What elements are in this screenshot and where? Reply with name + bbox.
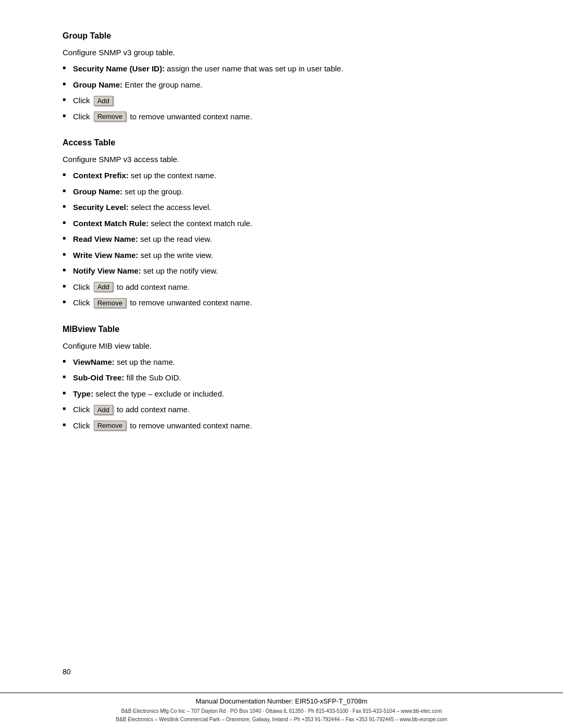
footer-addr1: B&B Electronics Mfg Co Inc – 707 Dayton …	[63, 707, 500, 715]
list-item: Click Remove to remove unwanted context …	[63, 297, 500, 309]
bold-label: ViewName:	[73, 357, 115, 366]
bold-label: Notify View Name:	[73, 266, 141, 275]
access-table-section: Access Table Configure SNMP v3 access ta…	[63, 138, 500, 309]
click-label: Click	[73, 95, 92, 107]
suffix-text: to add context name.	[115, 281, 190, 293]
remove-button[interactable]: Remove	[94, 298, 126, 308]
list-item: Click Add	[63, 95, 500, 107]
bold-label: Group Name:	[73, 80, 123, 89]
click-label: Click	[73, 111, 92, 123]
click-label: Click	[73, 420, 92, 432]
list-item: Security Level: select the access level.	[63, 202, 500, 214]
list-item: Group Name: Enter the group name.	[63, 79, 500, 91]
list-item: Context Match Rule: select the context m…	[63, 218, 500, 230]
suffix-text: to remove unwanted context name.	[128, 297, 252, 309]
add-button[interactable]: Add	[94, 282, 113, 292]
page-number: 80	[63, 668, 71, 676]
bold-label: Context Prefix:	[73, 171, 129, 180]
page: Group Table Configure SNMP v3 group tabl…	[0, 0, 563, 728]
list-item: Group Name: set up the group.	[63, 186, 500, 198]
add-button[interactable]: Add	[94, 405, 113, 415]
list-item: Write View Name: set up the write view.	[63, 250, 500, 262]
list-item: Click Add to add context name.	[63, 281, 500, 293]
group-table-list: Security Name (User ID): assign the user…	[63, 63, 500, 122]
list-item: Click Remove to remove unwanted context …	[63, 111, 500, 123]
access-table-title: Access Table	[63, 138, 500, 147]
list-item: Sub-Oid Tree: fill the Sub OID.	[63, 372, 500, 384]
access-table-desc: Configure SNMP v3 access table.	[63, 155, 500, 164]
bold-label: Type:	[73, 389, 93, 398]
add-button[interactable]: Add	[94, 96, 113, 106]
click-label: Click	[73, 281, 92, 293]
bold-label: Read View Name:	[73, 235, 138, 243]
group-table-title: Group Table	[63, 31, 500, 41]
list-item: Click Add to add context name.	[63, 404, 500, 416]
mibview-table-section: MIBview Table Configure MIB view table. …	[63, 325, 500, 432]
list-item: ViewName: set up the name.	[63, 356, 500, 368]
suffix-text: to add context name.	[115, 404, 190, 416]
bold-label: Sub-Oid Tree:	[73, 373, 124, 382]
click-label: Click	[73, 404, 92, 416]
suffix-text: to remove unwanted context name.	[128, 111, 252, 123]
group-table-desc: Configure SNMP v3 group table.	[63, 48, 500, 57]
list-item: Context Prefix: set up the context name.	[63, 170, 500, 182]
group-table-section: Group Table Configure SNMP v3 group tabl…	[63, 31, 500, 122]
remove-button[interactable]: Remove	[94, 421, 126, 430]
remove-button[interactable]: Remove	[94, 112, 126, 121]
footer: Manual Documentation Number: EIR510-xSFP…	[0, 693, 563, 728]
list-item: Read View Name: set up the read view.	[63, 233, 500, 245]
footer-main-text: Manual Documentation Number: EIR510-xSFP…	[63, 697, 500, 705]
footer-addr2: B&B Electronics – Westlink Commercial Pa…	[63, 715, 500, 724]
mibview-table-title: MIBview Table	[63, 325, 500, 334]
list-item: Click Remove to remove unwanted context …	[63, 420, 500, 432]
access-table-list: Context Prefix: set up the context name.…	[63, 170, 500, 309]
mibview-table-list: ViewName: set up the name. Sub-Oid Tree:…	[63, 356, 500, 432]
suffix-text: to remove unwanted context name.	[128, 420, 252, 432]
list-item: Notify View Name: set up the notify view…	[63, 265, 500, 277]
list-item: Type: select the type – exclude or inclu…	[63, 388, 500, 400]
bold-label: Group Name:	[73, 187, 123, 196]
bold-label: Security Name (User ID):	[73, 64, 165, 73]
bold-label: Write View Name:	[73, 251, 138, 260]
bold-label: Security Level:	[73, 203, 129, 212]
bold-label: Context Match Rule:	[73, 219, 149, 228]
list-item: Security Name (User ID): assign the user…	[63, 63, 500, 75]
click-label: Click	[73, 297, 92, 309]
mibview-table-desc: Configure MIB view table.	[63, 341, 500, 350]
